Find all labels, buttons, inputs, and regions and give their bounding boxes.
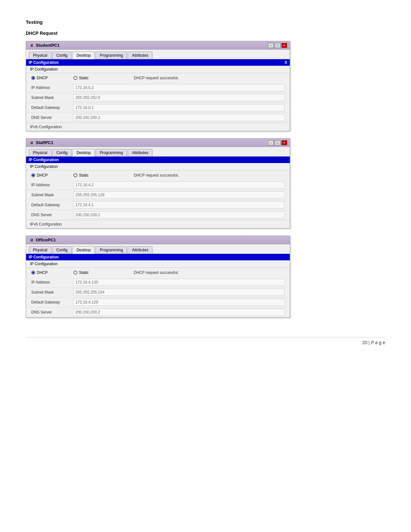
title-left-studentpc1: 🖥StudentPC1 [29,43,60,48]
field-label: DNS Server [31,115,73,120]
windows-container: 🖥StudentPC1–□✕PhysicalConfigDesktopProgr… [26,41,385,318]
window-controls-staffpc1[interactable]: –□✕ [268,140,287,145]
dhcp-option[interactable]: DHCP [31,270,48,275]
form-row: Default Gateway172.16.0.1 [26,103,290,113]
tab-programming-studentpc1[interactable]: Programming [95,52,127,59]
form-row: IP Address172.16.4.130 [26,277,290,287]
pc-icon: 🖥 [29,140,34,145]
dhcp-label: DHCP [37,270,48,275]
minimize-button[interactable]: – [268,140,274,145]
tab-programming-staffpc1[interactable]: Programming [95,149,127,156]
ip-config-header-studentpc1: IP ConfigurationX [26,59,290,66]
static-label: Static [79,173,89,178]
title-left-officepc1: 🖥OfficePC1 [29,237,56,243]
dhcp-label: DHCP [37,76,48,80]
field-value[interactable]: 255.255.255.224 [73,289,285,296]
field-value[interactable]: 255.255.252.0 [73,94,285,101]
minimize-button[interactable]: – [268,43,274,48]
tab-physical-studentpc1[interactable]: Physical [29,52,52,59]
tab-desktop-studentpc1[interactable]: Desktop [72,52,95,59]
radio-row-officepc1: DHCPStaticDHCP request successful. [26,268,290,277]
field-value[interactable]: 200.200.200.2 [73,114,285,121]
ip-config-subheader-officepc1: IP Configuration [26,260,290,268]
field-label: Default Gateway [31,203,73,207]
subsection-title: DHCP Request [26,31,385,36]
field-value[interactable]: 172.16.0.2 [73,84,285,91]
field-value[interactable]: 255.255.255.128 [73,191,285,198]
pc-icon: 🖥 [29,237,34,243]
content-staffpc1: IP ConfigurationIP ConfigurationDHCPStat… [26,157,290,228]
tab-desktop-staffpc1[interactable]: Desktop [72,149,95,157]
tab-config-staffpc1[interactable]: Config [52,149,72,156]
tab-attributes-staffpc1[interactable]: Attributes [128,149,152,156]
dhcp-radio[interactable] [31,76,35,80]
section-title: Testing [26,19,385,25]
tab-programming-officepc1[interactable]: Programming [95,246,127,254]
tabs-bar-staffpc1: PhysicalConfigDesktopProgrammingAttribut… [26,147,290,157]
field-value[interactable]: 172.16.4.2 [73,181,285,189]
field-value[interactable]: 172.16.4.130 [73,279,285,286]
field-label: Default Gateway [31,300,73,305]
form-row: DNS Server200.200.200.2 [26,210,290,220]
field-value[interactable]: 172.16.4.1 [73,201,285,208]
titlebar-officepc1: 🖥OfficePC1 [26,236,290,244]
static-radio[interactable] [73,76,77,80]
field-value[interactable]: 172.16.0.1 [73,104,285,111]
ipv6-config-row: IPv6 Configuration [26,220,290,228]
field-label: Default Gateway [31,105,73,110]
dhcp-option[interactable]: DHCP [31,173,48,178]
fields-studentpc1: IP Address172.16.0.2Subnet Mask255.255.2… [26,83,290,123]
field-value[interactable]: 200.200.200.2 [73,211,285,218]
window-staffpc1: 🖥StaffPC1–□✕PhysicalConfigDesktopProgram… [26,138,290,228]
static-option[interactable]: Static [73,173,89,178]
window-officepc1: 🖥OfficePC1PhysicalConfigDesktopProgrammi… [26,236,290,318]
maximize-button[interactable]: □ [275,140,280,145]
dhcp-radio[interactable] [31,271,35,275]
tab-physical-officepc1[interactable]: Physical [29,246,52,254]
ip-config-close-button[interactable]: X [285,60,287,65]
titlebar-studentpc1: 🖥StudentPC1–□✕ [26,41,290,50]
tab-config-officepc1[interactable]: Config [52,246,72,254]
static-label: Static [79,270,89,275]
field-label: IP Address [31,280,73,285]
static-radio[interactable] [73,173,77,177]
ip-config-header-text-staffpc1: IP Configuration [29,158,59,162]
field-label: Subnet Mask [31,95,73,100]
field-label: DNS Server [31,213,73,217]
field-value[interactable]: 200.200.200.2 [73,309,285,316]
radio-row-studentpc1: DHCPStaticDHCP request successful. [26,73,290,83]
window-title-studentpc1: StudentPC1 [36,43,60,48]
field-label: IP Address [31,85,73,90]
close-button[interactable]: ✕ [281,140,287,145]
static-radio[interactable] [73,271,77,275]
pc-icon: 🖥 [29,43,34,48]
field-label: Subnet Mask [31,290,73,295]
form-row: DNS Server200.200.200.2 [26,113,290,123]
tab-attributes-officepc1[interactable]: Attributes [128,246,152,254]
content-studentpc1: IP ConfigurationXIP ConfigurationDHCPSta… [26,59,290,131]
tab-physical-staffpc1[interactable]: Physical [29,149,52,156]
close-button[interactable]: ✕ [281,43,287,48]
tabs-bar-officepc1: PhysicalConfigDesktopProgrammingAttribut… [26,244,290,254]
field-value[interactable]: 172.16.4.129 [73,299,285,306]
title-left-staffpc1: 🖥StaffPC1 [29,140,53,145]
ip-config-header-text-studentpc1: IP Configuration [29,60,59,65]
tab-config-studentpc1[interactable]: Config [52,52,72,59]
static-option[interactable]: Static [73,76,89,80]
form-row: Subnet Mask255.255.255.128 [26,190,290,200]
tab-attributes-studentpc1[interactable]: Attributes [128,52,152,59]
dhcp-radio[interactable] [31,173,35,177]
static-option[interactable]: Static [73,270,89,275]
window-controls-studentpc1[interactable]: –□✕ [268,43,287,48]
tab-desktop-officepc1[interactable]: Desktop [72,246,95,254]
fields-officepc1: IP Address172.16.4.130Subnet Mask255.255… [26,277,290,317]
dhcp-option[interactable]: DHCP [31,76,48,80]
dhcp-status-text: DHCP request successful. [134,173,179,178]
maximize-button[interactable]: □ [275,43,280,48]
static-label: Static [79,76,89,80]
ip-config-subheader-staffpc1: IP Configuration [26,163,290,170]
dhcp-status-text: DHCP request successful. [134,270,179,275]
window-studentpc1: 🖥StudentPC1–□✕PhysicalConfigDesktopProgr… [26,41,290,131]
page-number: 20 | P a g e [26,337,385,345]
radio-row-staffpc1: DHCPStaticDHCP request successful. [26,170,290,180]
